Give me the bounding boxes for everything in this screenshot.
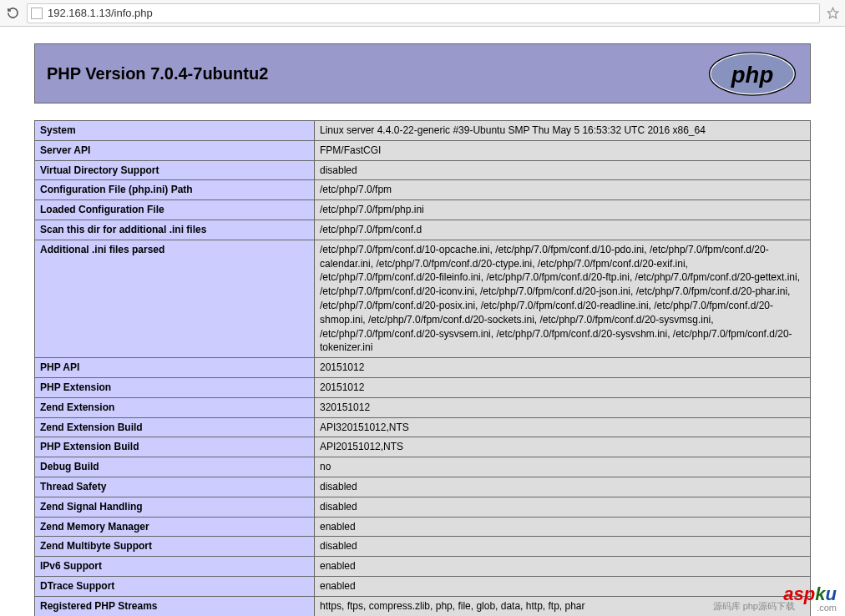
svg-text:php: php [731, 61, 773, 87]
info-value: disabled [315, 537, 811, 557]
php-logo-icon: php [706, 51, 798, 97]
info-key: IPv6 Support [35, 557, 315, 577]
star-icon [827, 7, 839, 19]
table-row: Virtual Directory Supportdisabled [35, 160, 811, 180]
table-row: Zend Signal Handlingdisabled [35, 497, 811, 517]
reload-button[interactable] [5, 6, 20, 21]
info-key: PHP API [35, 358, 315, 378]
info-value: disabled [315, 160, 811, 180]
info-key: Scan this dir for additional .ini files [35, 220, 315, 240]
info-key: Thread Safety [35, 477, 315, 497]
info-value: /etc/php/7.0/fpm/php.ini [315, 200, 811, 220]
info-key: PHP Extension [35, 377, 315, 397]
info-value: Linux server 4.4.0-22-generic #39-Ubuntu… [315, 121, 811, 141]
info-key: DTrace Support [35, 576, 315, 596]
info-value: /etc/php/7.0/fpm/conf.d [315, 220, 811, 240]
table-row: Loaded Configuration File/etc/php/7.0/fp… [35, 200, 811, 220]
info-value: 20151012 [315, 377, 811, 397]
url-input[interactable] [48, 7, 816, 19]
table-row: Zend Extension BuildAPI320151012,NTS [35, 417, 811, 437]
info-key: Zend Memory Manager [35, 517, 315, 537]
table-row: Server APIFPM/FastCGI [35, 140, 811, 160]
table-row: Zend Multibyte Supportdisabled [35, 537, 811, 557]
svg-marker-0 [827, 8, 838, 18]
bookmark-button[interactable] [825, 6, 840, 21]
table-row: Additional .ini files parsed/etc/php/7.0… [35, 240, 811, 357]
address-bar[interactable] [27, 3, 820, 23]
page-content: PHP Version 7.0.4-7ubuntu2 php SystemLin… [0, 27, 845, 616]
info-value: enabled [315, 557, 811, 577]
info-key: PHP Extension Build [35, 437, 315, 457]
info-key: Registered PHP Streams [35, 596, 315, 616]
browser-toolbar [0, 0, 845, 27]
reload-icon [7, 7, 19, 19]
info-key: Zend Extension Build [35, 417, 315, 437]
table-row: Thread Safetydisabled [35, 477, 811, 497]
phpinfo-header: PHP Version 7.0.4-7ubuntu2 php [34, 43, 811, 104]
info-value: FPM/FastCGI [315, 140, 811, 160]
table-row: Zend Extension320151012 [35, 397, 811, 417]
table-row: Configuration File (php.ini) Path/etc/ph… [35, 180, 811, 200]
phpinfo-container: PHP Version 7.0.4-7ubuntu2 php SystemLin… [34, 43, 811, 616]
info-key: Debug Build [35, 457, 315, 477]
table-row: IPv6 Supportenabled [35, 557, 811, 577]
info-key: Server API [35, 140, 315, 160]
info-key: Additional .ini files parsed [35, 240, 315, 357]
table-row: Scan this dir for additional .ini files/… [35, 220, 811, 240]
info-value: 20151012 [315, 358, 811, 378]
info-value: https, ftps, compress.zlib, php, file, g… [315, 596, 811, 616]
page-icon [31, 8, 43, 19]
info-key: Zend Signal Handling [35, 497, 315, 517]
info-key: Configuration File (php.ini) Path [35, 180, 315, 200]
info-value: /etc/php/7.0/fpm/conf.d/10-opcache.ini, … [315, 240, 811, 357]
info-key: Virtual Directory Support [35, 160, 315, 180]
info-value: API320151012,NTS [315, 417, 811, 437]
table-row: PHP Extension20151012 [35, 377, 811, 397]
info-key: Zend Extension [35, 397, 315, 417]
info-key: Loaded Configuration File [35, 200, 315, 220]
info-value: no [315, 457, 811, 477]
info-value: enabled [315, 517, 811, 537]
table-row: SystemLinux server 4.4.0-22-generic #39-… [35, 121, 811, 141]
table-row: Registered PHP Streamshttps, ftps, compr… [35, 596, 811, 616]
table-row: Zend Memory Managerenabled [35, 517, 811, 537]
info-key: System [35, 121, 315, 141]
phpinfo-table: SystemLinux server 4.4.0-22-generic #39-… [34, 120, 811, 616]
table-row: PHP API20151012 [35, 358, 811, 378]
info-value: disabled [315, 477, 811, 497]
table-row: Debug Buildno [35, 457, 811, 477]
info-value: API20151012,NTS [315, 437, 811, 457]
info-value: disabled [315, 497, 811, 517]
info-value: enabled [315, 576, 811, 596]
info-value: /etc/php/7.0/fpm [315, 180, 811, 200]
table-row: PHP Extension BuildAPI20151012,NTS [35, 437, 811, 457]
info-key: Zend Multibyte Support [35, 537, 315, 557]
table-row: DTrace Supportenabled [35, 576, 811, 596]
info-value: 320151012 [315, 397, 811, 417]
php-version-title: PHP Version 7.0.4-7ubuntu2 [47, 64, 268, 83]
